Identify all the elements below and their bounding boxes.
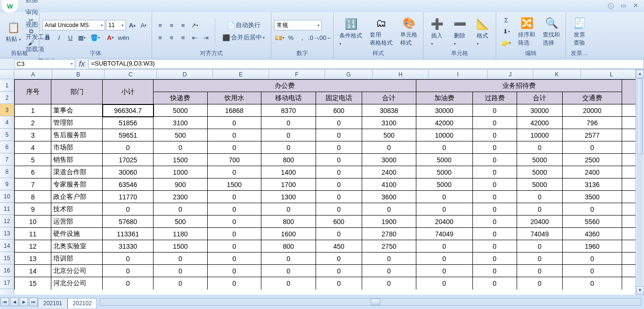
table-row[interactable]: 6渠道合作部30060100001400024005000050002400 bbox=[15, 166, 636, 178]
comma-button[interactable]: , bbox=[297, 32, 308, 43]
cell[interactable]: 北奥实验室 bbox=[51, 240, 103, 253]
underline-button[interactable]: U bbox=[65, 32, 76, 43]
hdr-subtotal[interactable]: 小计 bbox=[103, 80, 154, 104]
sheet-nav-next[interactable]: ▶ bbox=[19, 298, 28, 306]
cell[interactable]: 600 bbox=[316, 104, 362, 117]
cell[interactable]: 0 bbox=[207, 191, 261, 203]
align-right-button[interactable]: ≡ bbox=[178, 32, 188, 43]
format-table-button[interactable]: 🗂套用 表格格式 bbox=[367, 14, 395, 49]
col-header-G[interactable]: G bbox=[325, 70, 373, 79]
cell[interactable]: 57680 bbox=[103, 215, 154, 228]
scroll-down-button[interactable]: ▼ bbox=[636, 286, 644, 295]
insert-cells-button[interactable]: ➕插入▾ bbox=[426, 15, 447, 48]
cell[interactable]: 3100 bbox=[154, 117, 208, 129]
cell[interactable]: 河北分公司 bbox=[51, 277, 103, 290]
cell[interactable]: 0 bbox=[362, 277, 416, 290]
row-header-4[interactable]: 4 bbox=[0, 116, 14, 129]
row-header-3[interactable]: 3 bbox=[0, 104, 14, 116]
copy-button[interactable]: ⧉ bbox=[26, 26, 36, 37]
cell[interactable]: 2400 bbox=[362, 166, 416, 178]
conditional-format-button[interactable]: 🔢条件格式▾ bbox=[336, 15, 365, 48]
cell[interactable]: 4360 bbox=[563, 228, 622, 240]
cell[interactable]: 20400 bbox=[416, 215, 472, 228]
col-header-K[interactable]: K bbox=[533, 70, 581, 79]
col-header-I[interactable]: I bbox=[429, 70, 488, 79]
row-header-10[interactable]: 10 bbox=[0, 190, 14, 203]
row-header-2[interactable]: 2 bbox=[0, 92, 14, 104]
cell[interactable]: 0 bbox=[261, 129, 316, 141]
menu-tab-4[interactable]: 数据 bbox=[20, 0, 62, 6]
cell[interactable]: 0 bbox=[416, 265, 472, 277]
cell[interactable]: 10000 bbox=[517, 129, 563, 141]
cell[interactable]: 0 bbox=[261, 265, 316, 277]
cell[interactable]: 0 bbox=[154, 203, 208, 215]
hdr-biz-group[interactable]: 业务招待费 bbox=[416, 80, 622, 92]
cell[interactable]: 17025 bbox=[103, 154, 154, 166]
cell[interactable]: 市场部 bbox=[51, 141, 103, 154]
sub-header[interactable]: 固定电话 bbox=[316, 92, 362, 104]
cell[interactable]: 0 bbox=[207, 129, 261, 141]
cell[interactable]: 2 bbox=[15, 117, 51, 129]
cell[interactable]: 0 bbox=[472, 129, 517, 141]
sub-header[interactable]: 快递费 bbox=[154, 92, 208, 104]
window-close-icon[interactable]: ✕ bbox=[633, 2, 638, 10]
cell[interactable]: 0 bbox=[563, 265, 622, 277]
sheet-tab-202101[interactable]: 202101 bbox=[38, 298, 67, 308]
select-all-corner[interactable] bbox=[0, 70, 14, 79]
cell[interactable]: 30060 bbox=[103, 166, 154, 178]
cell[interactable]: 42000 bbox=[416, 117, 472, 129]
cell[interactable]: 800 bbox=[261, 240, 316, 253]
cell[interactable]: 1700 bbox=[261, 178, 316, 191]
cell[interactable]: 8370 bbox=[261, 104, 316, 117]
sheet-nav-last[interactable]: ⏭ bbox=[29, 298, 38, 306]
col-header-B[interactable]: B bbox=[52, 70, 105, 79]
cell[interactable]: 800 bbox=[261, 154, 316, 166]
row-header-1[interactable]: 1 bbox=[0, 79, 14, 92]
cell[interactable]: 1900 bbox=[362, 215, 416, 228]
cell[interactable]: 113361 bbox=[103, 228, 154, 240]
row-header-5[interactable]: 5 bbox=[0, 129, 14, 141]
number-format-select[interactable]: 常规▾ bbox=[274, 20, 322, 30]
table-row[interactable]: 12北奥实验室313301500080045027500001960 bbox=[15, 240, 636, 253]
col-header-C[interactable]: C bbox=[105, 70, 157, 79]
font-color-button[interactable]: A▾ bbox=[103, 32, 117, 43]
sheet-nav-prev[interactable]: ◀ bbox=[10, 298, 19, 306]
cell[interactable]: 0 bbox=[472, 154, 517, 166]
cell[interactable]: 0 bbox=[316, 265, 362, 277]
cell[interactable]: 51856 bbox=[103, 117, 154, 129]
cell[interactable]: 2577 bbox=[563, 129, 622, 141]
name-box[interactable]: C3▾ bbox=[14, 59, 75, 69]
cell[interactable]: 0 bbox=[416, 240, 472, 253]
format-painter-button[interactable]: 🖌 bbox=[26, 37, 36, 48]
align-bottom-button[interactable]: ≡ bbox=[178, 20, 188, 30]
cell[interactable]: 11770 bbox=[103, 191, 154, 203]
cell[interactable]: 0 bbox=[261, 117, 316, 129]
cell[interactable]: 0 bbox=[207, 117, 261, 129]
cell[interactable]: 9 bbox=[15, 203, 51, 215]
cell[interactable]: 0 bbox=[207, 253, 261, 265]
cell[interactable]: 4100 bbox=[362, 178, 416, 191]
font-size-select[interactable]: 11▾ bbox=[106, 20, 126, 30]
merge-center-button[interactable]: ⬛ 合并后居中 ▾ bbox=[219, 32, 268, 43]
indent-increase-button[interactable]: ⇥ bbox=[201, 32, 211, 43]
fx-icon[interactable]: fx bbox=[75, 60, 88, 68]
table-row[interactable]: 7专家服务部6354690015001700041005000050003136 bbox=[15, 178, 636, 191]
table-row[interactable]: 11硬件设施1133611180016000278074049074049436… bbox=[15, 228, 636, 240]
cell[interactable]: 5000 bbox=[416, 154, 472, 166]
cell[interactable]: 0 bbox=[472, 215, 517, 228]
cell[interactable]: 0 bbox=[517, 240, 563, 253]
cell[interactable]: 2780 bbox=[362, 228, 416, 240]
cell[interactable]: 74049 bbox=[517, 228, 563, 240]
cell[interactable]: 1600 bbox=[261, 228, 316, 240]
cell[interactable]: 4 bbox=[15, 141, 51, 154]
col-header-L[interactable]: L bbox=[581, 70, 635, 79]
cell[interactable]: 政企客户部 bbox=[51, 191, 103, 203]
cell[interactable]: 运营部 bbox=[51, 215, 103, 228]
cell[interactable]: 42000 bbox=[517, 117, 563, 129]
cell[interactable]: 0 bbox=[316, 141, 362, 154]
cell[interactable]: 3000 bbox=[362, 154, 416, 166]
cell[interactable]: 0 bbox=[154, 141, 208, 154]
hdr-dept[interactable]: 部门 bbox=[51, 80, 103, 104]
row-header-9[interactable]: 9 bbox=[0, 178, 14, 190]
sub-header[interactable]: 合计 bbox=[362, 92, 416, 104]
